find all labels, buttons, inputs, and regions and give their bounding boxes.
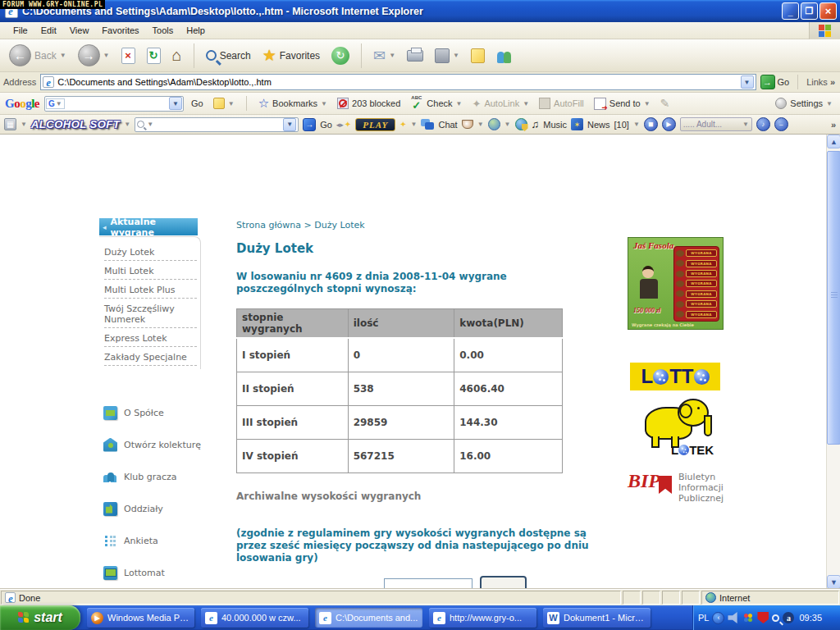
volume-tray-icon[interactable] xyxy=(728,612,739,623)
send-to-button[interactable]: Send to▼ xyxy=(591,96,653,112)
scrollbar-thumb[interactable] xyxy=(827,151,840,445)
menu-item[interactable]: View xyxy=(63,24,96,37)
globe-shield-icon[interactable] xyxy=(515,118,527,130)
globe-icon[interactable] xyxy=(488,118,500,130)
scroll-up-button[interactable]: ▲ xyxy=(827,135,840,148)
menu-item[interactable]: Favorites xyxy=(95,24,145,37)
autolink-button[interactable]: ✦ AutoLink▼ xyxy=(469,96,532,112)
sidebar-icon-link[interactable]: Ankieta xyxy=(103,532,210,550)
chat-icon[interactable] xyxy=(421,119,434,130)
alcohol-search-dropdown[interactable]: ▼ xyxy=(283,118,296,131)
brand-dropdown[interactable]: ▼ xyxy=(124,121,130,128)
menu-item[interactable]: Tools xyxy=(146,24,180,37)
sidebar-link[interactable]: Multi Lotek xyxy=(104,264,197,280)
news-label[interactable]: News xyxy=(587,120,610,130)
google-go-button[interactable]: Go xyxy=(189,97,206,110)
google-settings-button[interactable]: Settings▼ xyxy=(773,96,835,111)
fasola-scratchcard-banner[interactable]: Jaś Fasola 150 000 zł WYGRANA WYGRANA xyxy=(628,237,724,330)
go-button[interactable]: → Go xyxy=(760,75,790,89)
sidebar-link[interactable]: Multi Lotek Plus xyxy=(104,283,197,299)
task-button[interactable]: ▶ Windows Media Pla... xyxy=(87,608,194,628)
breadcrumb[interactable]: Strona główna > Duży Lotek xyxy=(236,220,365,231)
home-button[interactable]: ⌂ xyxy=(168,43,186,67)
music-label[interactable]: Music xyxy=(543,120,567,130)
menu-item[interactable]: Edit xyxy=(34,24,63,37)
print-button[interactable] xyxy=(403,48,427,64)
lotto-logo[interactable]: L T T xyxy=(630,363,720,390)
bookmarks-button[interactable]: ☆ Bookmarks▼ xyxy=(256,94,330,112)
a-tray-icon[interactable]: a xyxy=(783,612,794,623)
sidebar-icon-link[interactable]: O Spółce xyxy=(103,404,210,422)
station-select[interactable]: ..... Adult... ▼ xyxy=(680,117,752,131)
menu-item[interactable]: Help xyxy=(180,24,212,37)
alcohol-search-input[interactable]: ▼ ▼ xyxy=(135,117,299,132)
alcohol-menu-icon[interactable]: ▦ xyxy=(4,118,16,130)
archive-link[interactable]: Archiwalne wysokości wygranych xyxy=(236,491,421,502)
back-dropdown[interactable]: ▼ xyxy=(60,52,66,59)
spellcheck-button[interactable]: ABC✓ Check▼ xyxy=(408,95,464,112)
language-indicator[interactable]: PL xyxy=(698,613,709,623)
security-shield-icon[interactable] xyxy=(757,612,769,623)
history-button[interactable]: ↻ xyxy=(327,44,354,67)
messenger-button[interactable] xyxy=(492,46,517,66)
chat-label[interactable]: Chat xyxy=(438,120,457,130)
back-button[interactable]: ← Back ▼ xyxy=(5,42,71,69)
mute-button[interactable]: – xyxy=(774,117,788,131)
discuss-button[interactable] xyxy=(467,46,489,66)
bottom-button[interactable] xyxy=(480,576,527,589)
highlighter-button[interactable]: ✎ xyxy=(658,95,673,112)
volume-button[interactable]: ♪ xyxy=(756,117,770,131)
task-button[interactable]: e C:\Documents and... xyxy=(315,608,422,628)
sidebar-link[interactable]: Duży Lotek xyxy=(104,245,197,261)
msn-tray-icon[interactable] xyxy=(742,612,754,623)
address-dropdown[interactable]: ▼ xyxy=(741,75,754,89)
google-search-dropdown[interactable]: ▼ xyxy=(169,97,182,110)
vertical-scrollbar[interactable]: ▲ ▼ xyxy=(826,135,840,589)
tray-collapse-button[interactable]: ‹ xyxy=(712,612,724,624)
sidebar-link[interactable]: Express Lotek xyxy=(104,331,197,347)
toolbar-overflow-chevron[interactable]: » xyxy=(831,120,836,130)
task-button[interactable]: e 40.000.000 w czw... xyxy=(201,608,308,628)
alcohol-go-label[interactable]: Go xyxy=(320,120,332,130)
alcohol-go-icon[interactable]: → xyxy=(303,118,316,131)
play-button[interactable]: PLAY xyxy=(355,118,395,131)
edit-button[interactable]: ▼ xyxy=(431,46,463,66)
restore-button[interactable]: ❐ xyxy=(801,2,818,20)
google-search-input[interactable]: G▼ ▼ xyxy=(44,96,184,112)
address-input[interactable]: C:\Documents and Settings\Adam\Desktop\l… xyxy=(40,74,756,90)
popup-blocker-button[interactable]: 203 blocked xyxy=(335,96,403,111)
magnifier-tray-icon[interactable] xyxy=(772,614,779,622)
stop-button[interactable]: × xyxy=(117,45,139,66)
autofill-button[interactable]: AutoFill xyxy=(536,96,587,111)
minimize-button[interactable]: _ xyxy=(782,2,799,20)
start-button[interactable]: start xyxy=(0,605,80,630)
favorites-button[interactable]: ★ Favorites xyxy=(258,43,324,67)
sidebar-link[interactable]: Twój Szczęśliwy Numerek xyxy=(104,302,197,328)
sidebar-link[interactable]: Zakłady Specjalne xyxy=(104,350,197,366)
media-prev-button[interactable]: ◼ xyxy=(644,117,658,131)
menu-item[interactable]: File xyxy=(7,24,34,37)
coffee-cup-icon[interactable] xyxy=(462,120,473,129)
forward-button[interactable]: → ▼ xyxy=(74,42,114,69)
news-icon[interactable]: ✶ xyxy=(571,118,583,130)
forward-dropdown[interactable]: ▼ xyxy=(103,52,110,59)
google-g-icon[interactable]: G▼ xyxy=(46,98,65,109)
task-button[interactable]: e http://www.gry-o... xyxy=(429,608,536,628)
sidebar-icon-link[interactable]: Otwórz kolekturę xyxy=(103,436,210,454)
bottom-input[interactable] xyxy=(384,578,472,589)
bip-logo-block[interactable]: BIP Biuletyn Informacji Publicznej xyxy=(628,471,742,512)
sidebar-icon-link[interactable]: Oddziały xyxy=(103,500,210,518)
task-button[interactable]: W Dokument1 - Micro... xyxy=(543,608,651,628)
search-button[interactable]: Search xyxy=(202,48,255,64)
close-button[interactable]: × xyxy=(819,2,837,20)
mail-button[interactable]: ✉▼ xyxy=(369,44,399,67)
refresh-button[interactable]: ↻ xyxy=(143,45,165,66)
sidebar-icon-link[interactable]: Lottomat xyxy=(103,564,210,582)
media-play-button[interactable]: ▶ xyxy=(662,117,676,131)
lotek-elephant-logo[interactable]: L TEK xyxy=(638,397,724,461)
sidebar-header[interactable]: ◂ Aktualne wygrane xyxy=(99,218,198,235)
google-send-icon-button[interactable]: ▼ xyxy=(211,96,237,111)
links-button[interactable]: Links » xyxy=(806,77,837,87)
sidebar-icon-link[interactable]: Klub gracza xyxy=(103,468,210,486)
scroll-down-button[interactable]: ▼ xyxy=(827,575,840,589)
